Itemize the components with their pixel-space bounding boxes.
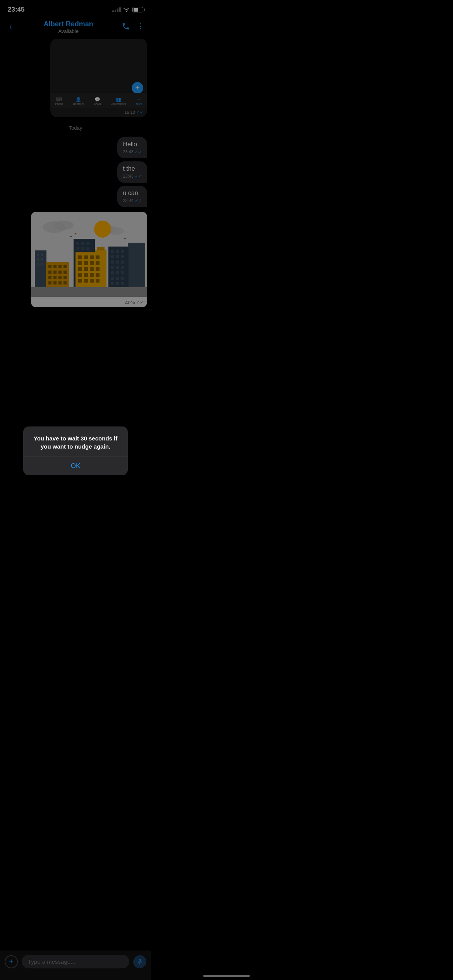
alert-overlay: You have to wait 30 seconds if you want …: [0, 0, 151, 348]
